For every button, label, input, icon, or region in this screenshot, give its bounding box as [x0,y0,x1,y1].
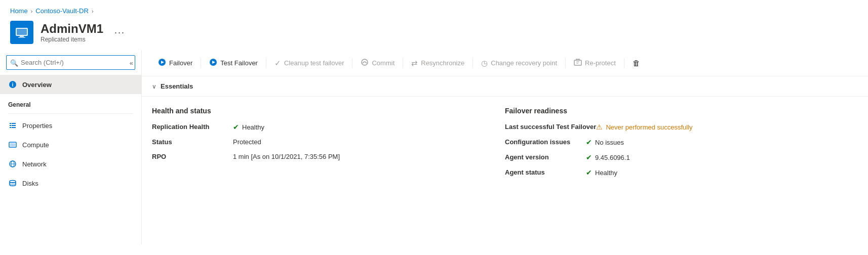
breadcrumb-home[interactable]: Home [10,7,28,15]
page-subtitle: Replicated items [41,36,103,43]
page-header: AdminVM1 Replicated items ··· [0,19,868,50]
sep-6 [565,58,566,68]
delete-button[interactable]: 🗑 [626,56,646,70]
recovery-point-label: Change recovery point [491,59,557,67]
test-failover-button[interactable]: Test Failover [203,55,264,71]
svg-point-23 [362,59,368,65]
search-container: 🔍 « [0,50,141,75]
chevron-down-icon: ∨ [152,83,156,90]
compute-icon [8,140,17,149]
svg-rect-24 [574,60,581,65]
replication-health-value: ✔ Healthy [233,123,264,131]
re-protect-button[interactable]: Re-protect [568,55,622,71]
delete-icon: 🗑 [633,59,640,67]
agent-version-icon: ✔ [586,153,592,161]
health-status-title: Health and status [152,107,505,115]
essentials-grid: Health and status Replication Health ✔ H… [142,97,868,189]
disks-label: Disks [22,180,38,187]
commit-label: Commit [372,59,394,67]
config-issues-icon: ✔ [586,138,592,146]
sidebar-item-overview[interactable]: i Overview [0,75,141,94]
sidebar-item-disks[interactable]: Disks [0,174,141,193]
agent-status-icon: ✔ [586,168,592,177]
rpo-value: 1 min [As on 10/1/2021, 7:35:56 PM] [233,153,340,160]
sidebar-item-compute[interactable]: Compute [0,135,141,154]
vm-icon [10,21,33,44]
replication-health-label: Replication Health [152,123,233,131]
disks-icon [8,179,17,188]
sidebar-divider [8,113,133,114]
vm-svg [15,25,29,39]
sep-1 [201,58,201,68]
sep-4 [403,58,403,68]
search-input[interactable] [6,55,135,70]
last-test-failover-row: Last successful Test Failover ⚠ Never pe… [505,123,858,131]
overview-label: Overview [22,81,52,89]
sep-2 [266,58,266,68]
status-value: Protected [233,138,261,146]
essentials-header[interactable]: ∨ Essentials [142,76,868,97]
agent-status-text: Healthy [595,169,617,177]
svg-rect-1 [17,29,27,35]
breadcrumb: Home › Contoso-Vault-DR › [0,0,868,19]
svg-rect-11 [12,127,16,128]
commit-icon [361,58,369,68]
properties-icon [8,121,17,130]
sep-7 [624,58,624,68]
failover-readiness-column: Failover readiness Last successful Test … [505,107,858,184]
agent-version-row: Agent version ✔ 9.45.6096.1 [505,153,858,161]
info-icon: i [8,80,17,89]
last-test-failover-value: ⚠ Never performed successfully [596,123,692,131]
commit-button[interactable]: Commit [354,55,401,71]
config-issues-label: Configuration issues [505,138,586,146]
sidebar-nav: i Overview General Properties Compute [0,75,141,244]
recovery-point-icon: ◷ [481,59,488,68]
test-failover-label: Test Failover [220,59,258,67]
warning-icon: ⚠ [596,123,603,131]
general-section-label: General [0,94,141,111]
main-content: Failover Test Failover ✓ Cleanup test fa… [142,50,868,244]
agent-status-label: Agent status [505,168,586,176]
resync-label: Resynchronize [421,59,464,67]
change-recovery-point-button[interactable]: ◷ Change recovery point [475,56,563,71]
failover-button[interactable]: Failover [152,55,199,71]
collapse-sidebar-button[interactable]: « [130,59,133,66]
svg-rect-2 [20,36,24,37]
rpo-label: RPO [152,153,233,160]
re-protect-label: Re-protect [585,59,616,67]
breadcrumb-sep-2: › [92,8,94,14]
essentials-label: Essentials [161,82,193,90]
breadcrumb-sep-1: › [31,8,33,14]
svg-rect-8 [10,127,11,128]
failover-label: Failover [169,59,192,67]
replication-health-row: Replication Health ✔ Healthy [152,123,505,131]
test-failover-icon [209,58,217,68]
more-options-button[interactable]: ··· [110,25,129,40]
network-label: Network [22,160,47,168]
failover-readiness-title: Failover readiness [505,107,858,115]
agent-version-label: Agent version [505,153,586,161]
svg-rect-6 [10,123,11,124]
config-issues-row: Configuration issues ✔ No issues [505,138,858,146]
resynchronize-button[interactable]: ⇄ Resynchronize [405,56,470,71]
status-row: Status Protected [152,138,505,146]
status-label: Status [152,138,233,146]
sidebar: 🔍 « i Overview General Properties [0,50,142,244]
properties-label: Properties [22,122,52,130]
sidebar-item-network[interactable]: Network [0,154,141,174]
agent-status-row: Agent status ✔ Healthy [505,168,858,177]
cleanup-test-failover-button[interactable]: ✓ Cleanup test failover [268,56,350,71]
last-test-failover-link[interactable]: Never performed successfully [606,123,692,131]
sep-3 [352,58,352,68]
config-issues-value: ✔ No issues [586,138,624,146]
breadcrumb-vault[interactable]: Contoso-Vault-DR [35,7,89,15]
resync-icon: ⇄ [411,59,418,68]
svg-rect-13 [10,143,15,146]
network-icon [8,159,17,168]
sidebar-item-properties[interactable]: Properties [0,116,141,135]
compute-label: Compute [22,141,49,149]
replication-health-text: Healthy [242,123,264,131]
agent-status-value: ✔ Healthy [586,168,617,177]
svg-rect-7 [10,125,11,126]
svg-rect-9 [12,123,16,124]
